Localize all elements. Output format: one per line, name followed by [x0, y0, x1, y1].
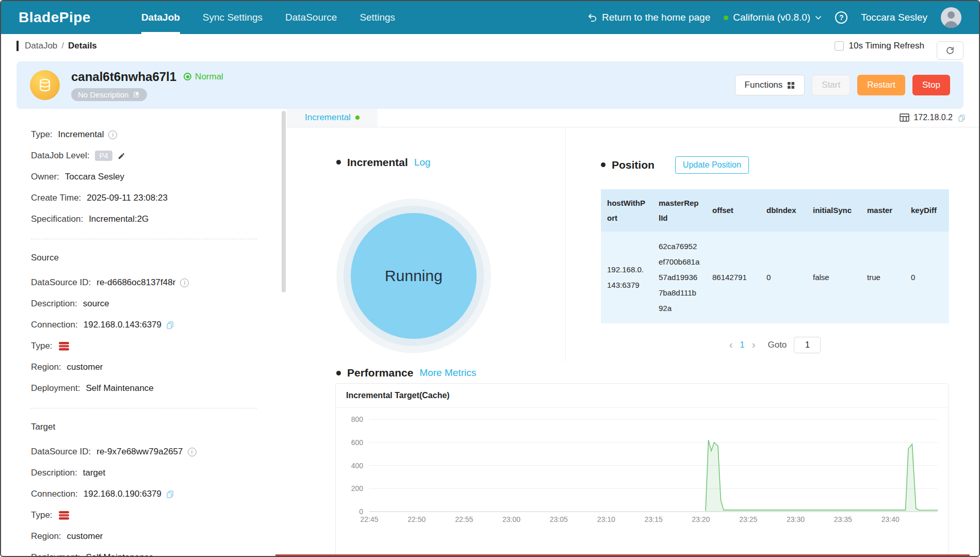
copy-icon[interactable]	[166, 490, 174, 498]
nav-item-settings[interactable]: Settings	[360, 1, 395, 34]
source-desc-value: source	[83, 299, 109, 309]
pagination-next[interactable]: ›	[752, 339, 756, 351]
svg-text:600: 600	[351, 438, 364, 447]
job-actions: Functions Start Restart Stop	[735, 75, 950, 95]
edit-description-icon[interactable]	[133, 91, 140, 98]
position-panel: Position Update Position hostWithPort ma…	[566, 127, 979, 362]
target-id-value: re-9x7e68ww79a2657	[96, 447, 183, 457]
svg-text:0: 0	[359, 507, 363, 516]
create-time-value: 2025-09-11 23:08:23	[87, 193, 168, 203]
table-row: 192.168.0.143:6379 62ca76952ef700b681a57…	[601, 232, 949, 323]
brand-logo[interactable]: BladePipe	[19, 1, 91, 34]
target-region-label: Region:	[31, 531, 61, 542]
nav-item-sync-settings[interactable]: Sync Settings	[203, 1, 263, 34]
col-keydiff: keyDiff	[905, 189, 949, 232]
source-section-title: Source	[31, 253, 266, 263]
source-region-label: Region:	[31, 362, 61, 372]
return-home-label: Return to the home page	[602, 12, 710, 23]
tab-incremental-label: Incremental	[305, 112, 351, 123]
svg-text:200: 200	[351, 484, 364, 493]
pagination: ‹ 1 › Goto	[601, 337, 949, 353]
source-deploy-label: Deployment:	[31, 383, 80, 394]
bottom-red-line	[275, 554, 970, 556]
breadcrumb-datajob[interactable]: DataJob	[25, 41, 57, 51]
goto-page-input[interactable]	[794, 337, 821, 353]
pagination-prev[interactable]: ‹	[729, 339, 733, 351]
svg-text:800: 800	[351, 415, 364, 423]
region-label: California (v0.8.0)	[733, 12, 810, 23]
redis-icon	[58, 341, 70, 351]
nav-item-datajob[interactable]: DataJob	[141, 1, 180, 34]
source-conn-label: Connection:	[31, 320, 78, 330]
functions-label: Functions	[745, 80, 783, 90]
refresh-button[interactable]	[937, 41, 963, 60]
job-status-badge: Normal	[184, 72, 223, 82]
source-conn-value: 192.168.0.143:6379	[84, 320, 161, 330]
pagination-page-1[interactable]: 1	[740, 340, 744, 350]
target-description: Description: target	[31, 467, 266, 479]
svg-text:23:15: 23:15	[644, 515, 662, 523]
svg-text:22:50: 22:50	[407, 515, 426, 523]
breadcrumb-separator: /	[61, 41, 64, 51]
update-position-button[interactable]: Update Position	[675, 156, 749, 174]
job-name: canal6t6nwha67l1	[71, 70, 176, 84]
cell-initialsync: false	[807, 232, 861, 323]
source-type-label: Type:	[31, 341, 53, 351]
info-icon[interactable]: i	[188, 448, 197, 456]
target-deployment: Deployment: Self Maintenance	[31, 551, 266, 557]
job-details-sidebar: Type: Incremental i DataJob Level: P4 Ow…	[1, 109, 287, 557]
owner-label: Owner:	[31, 172, 59, 182]
performance-section-header: Performance More Metrics	[287, 367, 979, 379]
info-icon[interactable]: i	[108, 130, 117, 139]
target-id-label: DataSource ID:	[31, 447, 91, 457]
source-deployment: Deployment: Self Maintenance	[31, 382, 266, 395]
performance-chart: 020040060080022:4522:5022:5523:0023:0523…	[336, 408, 949, 557]
level-badge: P4	[95, 151, 112, 161]
return-home-link[interactable]: Return to the home page	[587, 12, 710, 23]
svg-text:23:20: 23:20	[692, 515, 710, 523]
chart-title: Incremental Target(Cache)	[336, 384, 948, 408]
info-icon[interactable]: i	[180, 278, 189, 287]
redis-icon	[58, 511, 70, 520]
host-ip-value: 172.18.0.2	[913, 113, 953, 122]
description-pill[interactable]: No Description	[71, 88, 147, 101]
breadcrumb: DataJob / Details 10s Timing Refresh	[1, 34, 979, 57]
timing-refresh-checkbox[interactable]	[835, 41, 844, 51]
return-icon	[587, 13, 597, 23]
source-id-value: re-d6686oc8137f48r	[96, 277, 175, 288]
stop-button[interactable]: Stop	[912, 75, 950, 95]
copy-icon[interactable]	[958, 114, 966, 122]
section-bullet	[336, 160, 341, 165]
functions-button[interactable]: Functions	[735, 75, 805, 95]
nav-item-datasource[interactable]: DataSource	[285, 1, 337, 34]
source-datasource-id: DataSource ID: re-d6686oc8137f48r i	[31, 276, 266, 289]
copy-icon[interactable]	[166, 321, 174, 329]
target-conn-label: Connection:	[31, 489, 78, 499]
field-level: DataJob Level: P4	[31, 150, 266, 162]
user-name[interactable]: Toccara Sesley	[861, 12, 927, 23]
help-icon[interactable]: ?	[835, 11, 847, 24]
edit-level-icon[interactable]	[118, 152, 125, 160]
section-bullet	[601, 162, 606, 167]
target-type-label: Type:	[31, 510, 53, 520]
more-metrics-link[interactable]: More Metrics	[419, 367, 476, 379]
source-type: Type:	[31, 340, 266, 352]
region-selector[interactable]: California (v0.8.0)	[724, 12, 822, 23]
target-conn-value: 192.168.0.190:6379	[84, 489, 161, 499]
log-link[interactable]: Log	[414, 157, 431, 168]
svg-text:22:45: 22:45	[360, 515, 378, 523]
sidebar-scrollbar[interactable]	[282, 111, 286, 292]
svg-text:22:55: 22:55	[455, 515, 473, 523]
restart-button[interactable]: Restart	[857, 75, 905, 95]
start-button[interactable]: Start	[812, 75, 850, 95]
create-time-label: Create Time:	[31, 193, 81, 203]
tab-status-dot	[355, 116, 360, 120]
target-region: Region: customer	[31, 530, 266, 543]
cell-dbindex: 0	[760, 232, 807, 323]
avatar[interactable]	[941, 7, 961, 28]
tab-incremental[interactable]: Incremental	[287, 109, 378, 127]
specification-label: Specification:	[31, 214, 83, 224]
status-position-panels: Incremental Log Running Position Update …	[287, 127, 979, 362]
main-nav: DataJob Sync Settings DataSource Setting…	[141, 1, 418, 34]
target-desc-value: target	[83, 468, 105, 478]
